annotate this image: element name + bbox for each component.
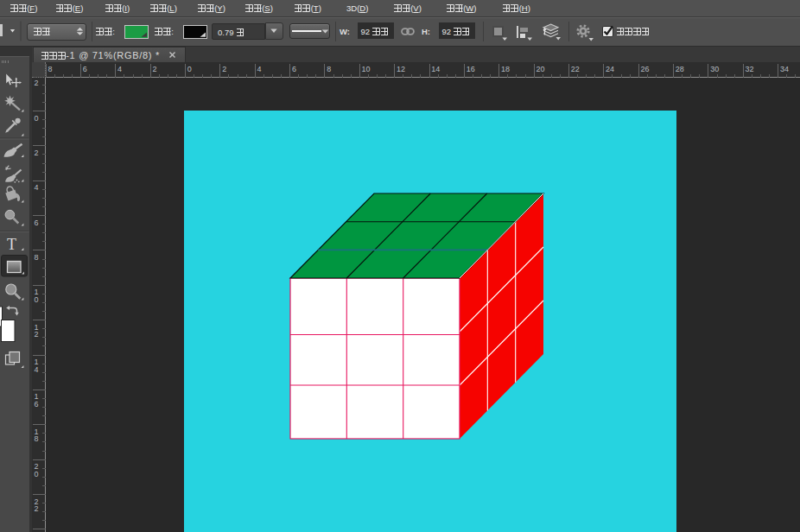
svg-text:T: T (7, 236, 16, 253)
